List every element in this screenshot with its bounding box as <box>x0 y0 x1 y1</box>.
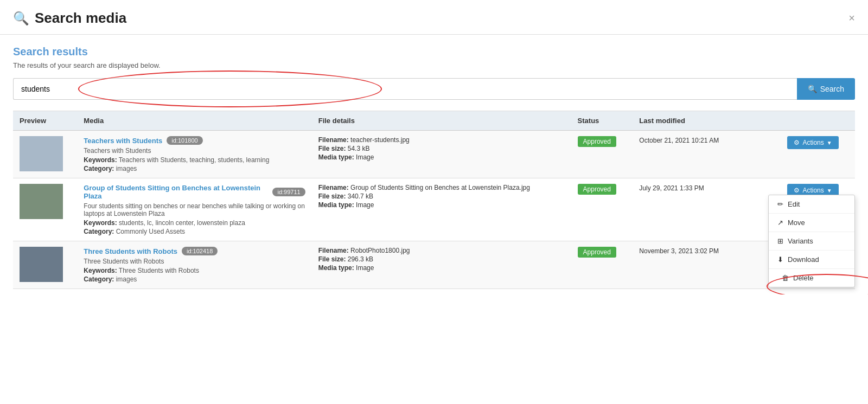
filename-line: Filename: teacher-students.jpg <box>318 136 565 144</box>
filesize-line: File size: 54.3 kB <box>318 145 565 152</box>
dropdown-item-download[interactable]: ⬇ Download <box>769 251 854 269</box>
col-header-preview: Preview <box>13 111 77 131</box>
filename-line: Filename: Group of Students Sitting on B… <box>318 184 565 191</box>
media-table: Preview Media File details Status Last m… <box>13 111 855 289</box>
variants-icon: ⊞ <box>777 237 783 245</box>
variants-label: Variants <box>788 237 813 245</box>
media-title-link[interactable]: Three Students with Robots <box>84 247 177 255</box>
filesize-line: File size: 340.7 kB <box>318 193 565 200</box>
search-input-wrapper <box>13 78 797 100</box>
last-modified-cell: July 29, 2021 1:33 PM <box>633 178 781 241</box>
caret-icon: ▼ <box>827 188 832 194</box>
close-button[interactable]: × <box>848 12 855 24</box>
media-category: Category: images <box>84 275 305 283</box>
media-keywords: Keywords: Teachers with Students, teachi… <box>84 156 305 164</box>
file-details-cell: Filename: teacher-students.jpg File size… <box>312 131 571 178</box>
media-cell: Group of Students Sitting on Benches at … <box>77 178 311 241</box>
edit-icon: ✏ <box>777 200 783 208</box>
search-btn-label: Search <box>820 85 844 93</box>
dropdown-item-variants[interactable]: ⊞ Variants <box>769 232 854 251</box>
page-title-text: Search media <box>35 10 126 27</box>
last-modified-cell: October 21, 2021 10:21 AM <box>633 131 781 178</box>
caret-icon: ▼ <box>827 140 832 146</box>
dropdown-item-edit[interactable]: ✏ Edit <box>769 195 854 214</box>
media-cell: Teachers with Students id:101800 Teacher… <box>77 131 311 178</box>
actions-btn-label: Actions <box>802 187 824 194</box>
page-header: 🔍 Search media × <box>0 0 868 35</box>
search-input[interactable] <box>13 78 797 100</box>
search-bar-row: 🔍 Search <box>13 78 855 100</box>
last-modified-text: November 3, 2021 3:02 PM <box>639 247 719 255</box>
actions-button[interactable]: ⚙ Actions ▼ <box>787 136 838 149</box>
search-btn-icon: 🔍 <box>808 85 817 93</box>
media-id-badge: id:99711 <box>272 188 305 196</box>
search-results-title: Search results <box>13 46 855 58</box>
last-modified-text: October 21, 2021 10:21 AM <box>639 137 719 144</box>
delete-icon: 🗑 <box>782 274 789 282</box>
download-label: Download <box>788 255 819 264</box>
download-icon: ⬇ <box>777 255 783 264</box>
last-modified-cell: November 3, 2021 3:02 PM <box>633 241 781 289</box>
dropdown-item-move[interactable]: ↗ Move <box>769 214 854 232</box>
last-modified-text: July 29, 2021 1:33 PM <box>639 184 704 192</box>
preview-cell <box>13 131 77 178</box>
actions-cell: ⚙ Actions ▼ <box>781 131 855 178</box>
media-keywords: Keywords: Three Students with Robots <box>84 267 305 274</box>
mediatype-line: Media type: Image <box>318 153 565 161</box>
col-header-status: Status <box>571 111 633 131</box>
preview-cell <box>13 241 77 289</box>
media-category: Category: images <box>84 165 305 172</box>
mediatype-line: Media type: Image <box>318 264 565 272</box>
status-cell: Approved <box>571 131 633 178</box>
media-subtitle: Three Students with Robots <box>84 258 305 265</box>
move-icon: ↗ <box>777 219 783 227</box>
preview-cell <box>13 178 77 241</box>
gear-icon: ⚙ <box>794 187 800 194</box>
status-cell: Approved <box>571 241 633 289</box>
edit-label: Edit <box>788 200 800 208</box>
status-badge: Approved <box>578 184 616 195</box>
delete-label: Delete <box>793 274 814 282</box>
dropdown-item-delete[interactable]: 🗑 Delete <box>769 269 854 287</box>
col-header-file-details: File details <box>312 111 571 131</box>
col-header-media: Media <box>77 111 311 131</box>
actions-cell: ⚙ Actions ▼ ✏ Edit ↗ Move ⊞ Variants <box>781 178 855 241</box>
status-badge: Approved <box>578 247 616 258</box>
actions-dropdown: ✏ Edit ↗ Move ⊞ Variants ⬇ Download <box>768 195 855 287</box>
search-button[interactable]: 🔍 Search <box>797 78 855 100</box>
search-results-description: The results of your search are displayed… <box>13 61 855 69</box>
media-category: Category: Commonly Used Assets <box>84 228 305 235</box>
media-id-badge: id:102418 <box>182 247 218 255</box>
search-results-section: Search results The results of your searc… <box>0 35 868 294</box>
status-cell: Approved <box>571 178 633 241</box>
file-details-cell: Filename: RobotPhoto1800.jpg File size: … <box>312 241 571 289</box>
media-subtitle: Four students sitting on benches or near… <box>84 202 305 217</box>
table-row: Group of Students Sitting on Benches at … <box>13 178 855 241</box>
page-title: 🔍 Search media <box>13 10 126 27</box>
filename-line: Filename: RobotPhoto1800.jpg <box>318 247 565 254</box>
search-icon-header: 🔍 <box>13 11 29 26</box>
col-header-last-modified: Last modified <box>633 111 781 131</box>
media-cell: Three Students with Robots id:102418 Thr… <box>77 241 311 289</box>
status-badge: Approved <box>578 136 616 147</box>
table-header-row: Preview Media File details Status Last m… <box>13 111 855 131</box>
mediatype-line: Media type: Image <box>318 201 565 209</box>
gear-icon: ⚙ <box>794 139 800 146</box>
actions-btn-label: Actions <box>802 139 824 146</box>
file-details-cell: Filename: Group of Students Sitting on B… <box>312 178 571 241</box>
media-subtitle: Teachers with Students <box>84 147 305 155</box>
media-keywords: Keywords: students, lc, lincoln center, … <box>84 219 305 227</box>
table-row: Teachers with Students id:101800 Teacher… <box>13 131 855 178</box>
table-row: Three Students with Robots id:102418 Thr… <box>13 241 855 289</box>
media-id-badge: id:101800 <box>167 136 202 145</box>
filesize-line: File size: 296.3 kB <box>318 255 565 263</box>
media-title-link[interactable]: Teachers with Students <box>84 137 162 145</box>
col-header-actions <box>781 111 855 131</box>
media-title-link[interactable]: Group of Students Sitting on Benches at … <box>84 184 268 200</box>
move-label: Move <box>788 219 805 227</box>
